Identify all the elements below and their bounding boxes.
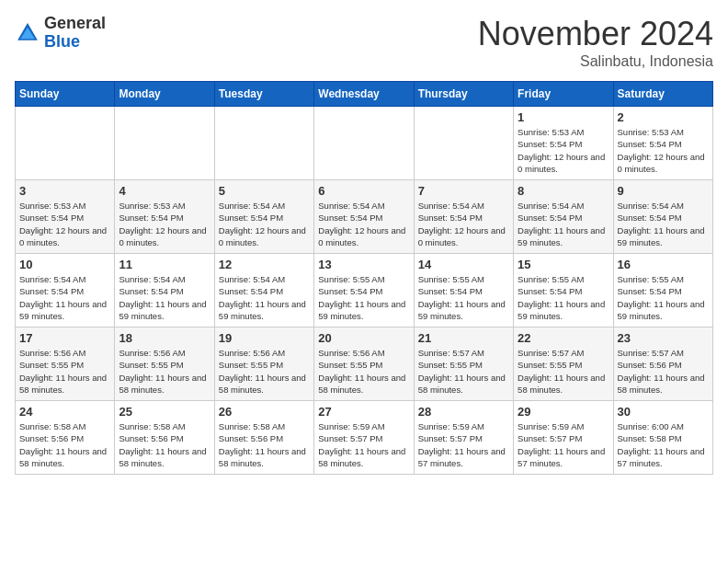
day-number: 26 [219,405,310,419]
day-info: Sunrise: 5:53 AM Sunset: 5:54 PM Dayligh… [19,200,110,248]
calendar-cell: 5Sunrise: 5:54 AM Sunset: 5:54 PM Daylig… [214,180,313,254]
calendar-cell: 30Sunrise: 6:00 AM Sunset: 5:58 PM Dayli… [613,401,712,475]
calendar-cell: 4Sunrise: 5:53 AM Sunset: 5:54 PM Daylig… [115,180,214,254]
day-number: 14 [418,258,509,271]
day-info: Sunrise: 5:59 AM Sunset: 5:57 PM Dayligh… [518,420,609,469]
day-number: 21 [418,331,509,345]
calendar-cell [115,107,214,180]
calendar-cell: 19Sunrise: 5:56 AM Sunset: 5:55 PM Dayli… [214,327,313,401]
day-info: Sunrise: 5:57 AM Sunset: 5:55 PM Dayligh… [518,347,609,396]
day-number: 10 [19,258,110,271]
day-info: Sunrise: 5:53 AM Sunset: 5:54 PM Dayligh… [618,126,709,175]
calendar-cell: 28Sunrise: 5:59 AM Sunset: 5:57 PM Dayli… [414,401,513,475]
day-info: Sunrise: 5:55 AM Sunset: 5:54 PM Dayligh… [418,273,509,322]
calendar-cell: 18Sunrise: 5:56 AM Sunset: 5:55 PM Dayli… [115,327,214,401]
calendar-cell: 26Sunrise: 5:58 AM Sunset: 5:56 PM Dayli… [214,401,313,475]
day-info: Sunrise: 5:55 AM Sunset: 5:54 PM Dayligh… [318,273,409,322]
col-header-friday: Friday [514,82,613,107]
calendar-cell: 27Sunrise: 5:59 AM Sunset: 5:57 PM Dayli… [314,401,414,475]
calendar-cell: 22Sunrise: 5:57 AM Sunset: 5:55 PM Dayli… [514,327,613,401]
day-info: Sunrise: 5:56 AM Sunset: 5:55 PM Dayligh… [219,347,310,396]
title-block: November 2024 Salinbatu, Indonesia [478,15,713,70]
col-header-thursday: Thursday [414,82,513,107]
calendar-cell [214,107,313,180]
calendar-cell: 1Sunrise: 5:53 AM Sunset: 5:54 PM Daylig… [514,107,613,180]
calendar-cell: 7Sunrise: 5:54 AM Sunset: 5:54 PM Daylig… [414,180,513,254]
calendar-header-row: SundayMondayTuesdayWednesdayThursdayFrid… [16,82,713,107]
day-info: Sunrise: 5:56 AM Sunset: 5:55 PM Dayligh… [119,347,210,396]
day-info: Sunrise: 5:55 AM Sunset: 5:54 PM Dayligh… [518,273,609,322]
day-info: Sunrise: 5:53 AM Sunset: 5:54 PM Dayligh… [119,200,210,248]
day-info: Sunrise: 5:56 AM Sunset: 5:55 PM Dayligh… [318,347,409,396]
calendar-cell: 24Sunrise: 5:58 AM Sunset: 5:56 PM Dayli… [16,401,115,475]
day-info: Sunrise: 5:53 AM Sunset: 5:54 PM Dayligh… [518,126,609,175]
calendar-week-row: 10Sunrise: 5:54 AM Sunset: 5:54 PM Dayli… [16,254,713,327]
col-header-saturday: Saturday [613,82,712,107]
day-number: 12 [219,258,310,271]
day-number: 7 [418,184,509,198]
day-number: 6 [318,184,409,198]
calendar-cell: 16Sunrise: 5:55 AM Sunset: 5:54 PM Dayli… [613,254,712,327]
day-number: 2 [618,110,709,124]
calendar-table: SundayMondayTuesdayWednesdayThursdayFrid… [15,81,713,475]
calendar-cell [16,107,115,180]
calendar-cell: 8Sunrise: 5:54 AM Sunset: 5:54 PM Daylig… [514,180,613,254]
day-number: 24 [19,405,110,419]
day-number: 16 [618,258,709,271]
logo: General Blue [15,15,106,52]
day-number: 28 [418,405,509,419]
day-info: Sunrise: 5:54 AM Sunset: 5:54 PM Dayligh… [318,200,409,248]
day-number: 11 [119,258,210,271]
calendar-cell: 3Sunrise: 5:53 AM Sunset: 5:54 PM Daylig… [16,180,115,254]
calendar-week-row: 17Sunrise: 5:56 AM Sunset: 5:55 PM Dayli… [16,327,713,401]
calendar-cell: 9Sunrise: 5:54 AM Sunset: 5:54 PM Daylig… [613,180,712,254]
col-header-monday: Monday [115,82,214,107]
day-info: Sunrise: 5:58 AM Sunset: 5:56 PM Dayligh… [19,420,110,469]
day-number: 5 [219,184,310,198]
day-info: Sunrise: 5:54 AM Sunset: 5:54 PM Dayligh… [119,273,210,322]
calendar-cell [314,107,414,180]
calendar-cell: 10Sunrise: 5:54 AM Sunset: 5:54 PM Dayli… [16,254,115,327]
logo-blue: Blue [44,32,80,51]
logo-text: General Blue [44,15,106,52]
calendar-cell: 2Sunrise: 5:53 AM Sunset: 5:54 PM Daylig… [613,107,712,180]
location-subtitle: Salinbatu, Indonesia [478,53,713,70]
day-info: Sunrise: 5:55 AM Sunset: 5:54 PM Dayligh… [618,273,709,322]
day-info: Sunrise: 5:57 AM Sunset: 5:55 PM Dayligh… [418,347,509,396]
day-number: 25 [119,405,210,419]
day-info: Sunrise: 5:57 AM Sunset: 5:56 PM Dayligh… [618,347,709,396]
calendar-cell: 15Sunrise: 5:55 AM Sunset: 5:54 PM Dayli… [514,254,613,327]
day-info: Sunrise: 5:54 AM Sunset: 5:54 PM Dayligh… [418,200,509,248]
day-number: 19 [219,331,310,345]
calendar-cell: 25Sunrise: 5:58 AM Sunset: 5:56 PM Dayli… [115,401,214,475]
day-info: Sunrise: 5:54 AM Sunset: 5:54 PM Dayligh… [618,200,709,248]
day-number: 4 [119,184,210,198]
day-number: 29 [518,405,609,419]
calendar-week-row: 3Sunrise: 5:53 AM Sunset: 5:54 PM Daylig… [16,180,713,254]
day-info: Sunrise: 5:59 AM Sunset: 5:57 PM Dayligh… [418,420,509,469]
calendar-cell: 21Sunrise: 5:57 AM Sunset: 5:55 PM Dayli… [414,327,513,401]
calendar-cell: 29Sunrise: 5:59 AM Sunset: 5:57 PM Dayli… [514,401,613,475]
day-info: Sunrise: 5:54 AM Sunset: 5:54 PM Dayligh… [518,200,609,248]
day-number: 9 [618,184,709,198]
calendar-cell: 13Sunrise: 5:55 AM Sunset: 5:54 PM Dayli… [314,254,414,327]
day-info: Sunrise: 5:58 AM Sunset: 5:56 PM Dayligh… [219,420,310,469]
day-info: Sunrise: 5:54 AM Sunset: 5:54 PM Dayligh… [219,200,310,248]
day-info: Sunrise: 5:56 AM Sunset: 5:55 PM Dayligh… [19,347,110,396]
calendar-week-row: 24Sunrise: 5:58 AM Sunset: 5:56 PM Dayli… [16,401,713,475]
day-number: 30 [618,405,709,419]
calendar-cell: 12Sunrise: 5:54 AM Sunset: 5:54 PM Dayli… [214,254,313,327]
col-header-sunday: Sunday [16,82,115,107]
month-title: November 2024 [478,15,713,53]
day-number: 18 [119,331,210,345]
calendar-cell: 20Sunrise: 5:56 AM Sunset: 5:55 PM Dayli… [314,327,414,401]
general-blue-logo-icon [15,20,40,46]
day-info: Sunrise: 5:59 AM Sunset: 5:57 PM Dayligh… [318,420,409,469]
day-number: 27 [318,405,409,419]
day-info: Sunrise: 5:54 AM Sunset: 5:54 PM Dayligh… [219,273,310,322]
calendar-week-row: 1Sunrise: 5:53 AM Sunset: 5:54 PM Daylig… [16,107,713,180]
calendar-cell: 17Sunrise: 5:56 AM Sunset: 5:55 PM Dayli… [16,327,115,401]
calendar-cell: 14Sunrise: 5:55 AM Sunset: 5:54 PM Dayli… [414,254,513,327]
day-number: 22 [518,331,609,345]
col-header-wednesday: Wednesday [314,82,414,107]
